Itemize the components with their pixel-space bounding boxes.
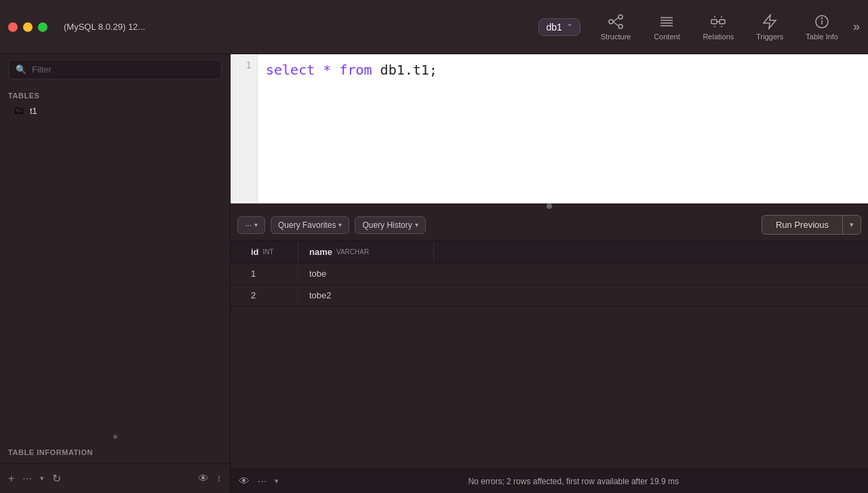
- structure-icon: [608, 14, 624, 30]
- run-dropdown-arrow[interactable]: ▾: [843, 216, 861, 233]
- results-toolbar: ··· ▾ Query Favorites ▾ Query History ▾ …: [231, 209, 868, 241]
- query-history-button[interactable]: Query History ▾: [355, 216, 425, 234]
- status-bar: 👁 ··· ▾ No errors; 2 rows affected, firs…: [231, 469, 868, 493]
- svg-point-2: [618, 24, 623, 28]
- table-name: t1: [30, 106, 37, 116]
- query-editor: 1 select * from db1.t1;: [231, 54, 868, 203]
- table-info-section: TABLE INFORMATION: [0, 441, 230, 463]
- nav-label-structure: Structure: [601, 33, 631, 41]
- filter-input[interactable]: [32, 64, 214, 75]
- nav-item-content[interactable]: Content: [643, 9, 690, 45]
- table-row: 2 tobe2: [231, 285, 868, 307]
- query-favorites-label: Query Favorites: [278, 220, 336, 230]
- chevron-down-icon: ▾: [254, 221, 258, 229]
- triggers-icon: [762, 14, 778, 30]
- main-layout: 🔍 TABLES 🗂 t1 TABLE INFORMATION + ··· ▾ …: [0, 54, 868, 493]
- sidebar-bottom: + ··· ▾ ↻ 👁 ⫶: [0, 463, 230, 493]
- nav-item-tableinfo[interactable]: Table Info: [796, 9, 848, 45]
- svg-rect-10: [719, 20, 725, 24]
- refresh-icon[interactable]: ↻: [52, 472, 61, 485]
- title-bar: (MySQL 8.0.29) 12... db1 ⌃ Structure Con…: [0, 0, 868, 54]
- code-area[interactable]: select * from db1.t1;: [258, 54, 868, 203]
- resize-dot: [547, 203, 552, 209]
- cell-name-1: tobe: [298, 263, 434, 284]
- column-headers: id INT name VARCHAR: [231, 241, 868, 263]
- code-keyword-select: select: [266, 62, 315, 78]
- cell-id-1: 1: [231, 263, 298, 284]
- nav-item-relations[interactable]: Relations: [693, 9, 743, 45]
- results-table: id INT name VARCHAR 1 tobe 2 tobe2: [231, 241, 868, 469]
- more-chevron-icon[interactable]: »: [853, 20, 860, 34]
- bottom-icons-left: + ··· ▾ ↻: [8, 472, 61, 485]
- maximize-button[interactable]: [38, 22, 47, 32]
- run-previous-label: Run Previous: [762, 216, 843, 234]
- nav-icons: Structure Content Relations Triggers: [591, 9, 848, 45]
- columns-icon[interactable]: ⫶: [217, 473, 222, 484]
- relations-icon: [710, 14, 726, 30]
- nav-label-tableinfo: Table Info: [806, 33, 838, 41]
- cell-name-2: tobe2: [298, 285, 434, 306]
- status-text: No errors; 2 rows affected, first row av…: [287, 477, 860, 486]
- more-options-icon[interactable]: ···: [22, 473, 31, 485]
- nav-label-relations: Relations: [703, 33, 734, 41]
- scrollbar-indicator: [113, 435, 117, 439]
- chevron-down-icon: ▾: [415, 221, 418, 229]
- filter-bar: 🔍: [8, 60, 222, 79]
- col-name-type: VARCHAR: [336, 248, 369, 256]
- nav-label-content: Content: [654, 33, 680, 41]
- table-icon: 🗂: [14, 104, 24, 117]
- table-row: 1 tobe: [231, 263, 868, 285]
- code-keyword-from: from: [339, 62, 372, 78]
- nav-item-triggers[interactable]: Triggers: [746, 9, 793, 45]
- col-id-type: INT: [263, 248, 274, 256]
- eye-icon[interactable]: 👁: [198, 473, 209, 485]
- run-previous-button[interactable]: Run Previous ▾: [762, 215, 861, 235]
- table-item-t1[interactable]: 🗂 t1: [8, 101, 222, 120]
- svg-point-14: [822, 18, 823, 18]
- content-icon: [658, 14, 675, 30]
- minimize-button[interactable]: [23, 22, 33, 32]
- app-title: (MySQL 8.0.29) 12...: [64, 22, 145, 32]
- db-selector-label: db1: [546, 22, 561, 33]
- resize-handle[interactable]: [231, 203, 868, 209]
- db-selector[interactable]: db1 ⌃: [538, 18, 580, 36]
- code-table-ref: db1.t1;: [372, 62, 437, 78]
- line-number-1: 1: [236, 60, 252, 71]
- cell-id-2: 2: [231, 285, 298, 306]
- close-button[interactable]: [8, 22, 18, 32]
- bottom-icons-right: 👁 ⫶: [198, 473, 222, 485]
- eye-icon[interactable]: 👁: [239, 475, 250, 488]
- svg-line-4: [613, 22, 618, 26]
- svg-point-0: [609, 20, 613, 24]
- more-options-label: ···: [245, 220, 252, 230]
- col-id-name: id: [251, 247, 259, 257]
- col-header-name: name VARCHAR: [298, 241, 434, 262]
- tables-section: TABLES 🗂 t1: [0, 85, 230, 124]
- svg-marker-11: [764, 15, 776, 28]
- chevron-down-icon[interactable]: ▾: [40, 474, 44, 483]
- svg-line-3: [613, 18, 618, 22]
- info-icon: [814, 14, 830, 30]
- tables-label: TABLES: [8, 92, 222, 100]
- col-name-label: name: [309, 247, 332, 257]
- chevron-down-icon: ▾: [338, 221, 342, 229]
- traffic-lights: [8, 22, 47, 32]
- code-operator-star: *: [315, 62, 339, 78]
- more-options-icon[interactable]: ···: [258, 475, 267, 488]
- sidebar: 🔍 TABLES 🗂 t1 TABLE INFORMATION + ··· ▾ …: [0, 54, 231, 493]
- svg-rect-9: [711, 20, 717, 24]
- nav-item-structure[interactable]: Structure: [591, 9, 641, 45]
- col-header-id: id INT: [231, 241, 298, 262]
- query-history-label: Query History: [362, 220, 412, 230]
- add-icon[interactable]: +: [8, 473, 14, 485]
- line-numbers: 1: [231, 54, 258, 203]
- nav-label-triggers: Triggers: [756, 33, 783, 41]
- chevron-down-icon: ⌃: [566, 22, 573, 32]
- query-favorites-button[interactable]: Query Favorites ▾: [271, 216, 349, 234]
- chevron-down-icon[interactable]: ▾: [275, 477, 279, 486]
- table-wrapper: id INT name VARCHAR 1 tobe 2 tobe2: [231, 241, 868, 307]
- sidebar-spacer: [0, 124, 230, 432]
- more-options-button[interactable]: ··· ▾: [237, 216, 265, 234]
- search-icon: 🔍: [16, 64, 26, 75]
- sidebar-scrollbar: [0, 432, 230, 441]
